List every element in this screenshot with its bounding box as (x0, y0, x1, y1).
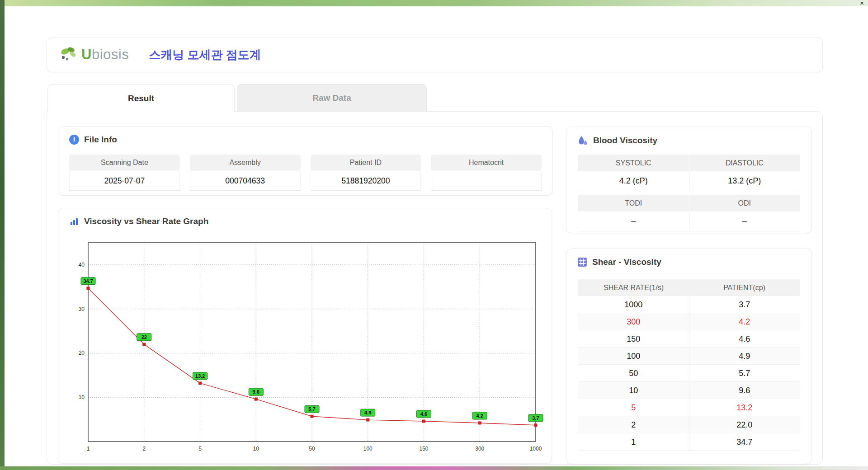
odi-header: ODI (689, 195, 800, 212)
file-info-field-value (431, 171, 542, 191)
shear-rate-cell: 1000 (578, 296, 689, 313)
patient-cell: 4.2 (689, 313, 800, 330)
systolic-value: 4.2 (cP) (578, 171, 689, 191)
file-info-title: File Info (84, 135, 117, 145)
svg-text:22: 22 (142, 334, 147, 340)
svg-text:1000: 1000 (530, 446, 542, 452)
patient-cell: 34.7 (689, 433, 800, 450)
table-row: 5 13.2 (578, 399, 800, 416)
app-logo: Ubiosis (59, 46, 129, 63)
file-info-header: i File Info (69, 135, 117, 145)
shear-rate-cell: 2 (578, 416, 689, 433)
file-info-field-label: Assembly (190, 155, 301, 171)
svg-text:100: 100 (363, 446, 373, 452)
svg-text:10: 10 (253, 446, 259, 452)
svg-text:3.7: 3.7 (532, 415, 539, 421)
viscosity-chart: 102030401251050100150300100034.72213.29.… (69, 238, 548, 458)
file-info-field-value: 51881920200 (311, 171, 421, 191)
blood-viscosity-title: Blood Viscosity (593, 136, 657, 146)
shear-viscosity-header: Shear - Viscosity (577, 257, 661, 267)
logo-text: Ubiosis (81, 47, 129, 63)
page-title: 스캐닝 모세관 점도계 (149, 47, 261, 63)
col-shear-rate: SHEAR RATE(1/s) (578, 279, 689, 296)
bv-value-row-2: – – (578, 212, 800, 231)
svg-text:4.2: 4.2 (476, 413, 483, 418)
todi-value: – (578, 212, 689, 231)
svg-text:30: 30 (79, 306, 85, 312)
bv-header-row-1: SYSTOLIC DIASTOLIC (578, 155, 800, 171)
blood-viscosity-table: SYSTOLIC DIASTOLIC 4.2 (cP) 13.2 (cP) TO… (578, 155, 800, 231)
leaf-logo-icon (59, 46, 79, 63)
droplet-icon (577, 135, 588, 146)
file-info-fields: Scanning Date 2025-07-07 Assembly 000704… (69, 155, 542, 191)
file-info-field-value: 2025-07-07 (69, 171, 180, 191)
bv-gap (578, 191, 800, 195)
graph-header: Viscosity vs Shear Rate Graph (69, 216, 208, 226)
file-info-field: Hematocrit (431, 155, 542, 191)
svg-text:13.2: 13.2 (195, 373, 205, 379)
svg-text:300: 300 (475, 446, 484, 452)
todi-header: TODI (578, 195, 689, 212)
bv-value-row-1: 4.2 (cP) 13.2 (cP) (578, 171, 800, 191)
diastolic-header: DIASTOLIC (689, 155, 800, 171)
file-info-card: i File Info Scanning Date 2025-07-07 Ass… (58, 126, 553, 196)
shear-table-rows: 1000 3.7 300 4.2 150 4.6 100 4.9 (578, 296, 800, 451)
table-row: 300 4.2 (578, 313, 800, 330)
shear-rate-cell: 5 (578, 399, 689, 416)
blood-viscosity-card: Blood Viscosity SYSTOLIC DIASTOLIC 4.2 (… (566, 127, 812, 233)
svg-text:150: 150 (419, 446, 428, 452)
odi-value: – (689, 212, 800, 231)
tab-result[interactable]: Result (47, 84, 235, 113)
svg-text:5.7: 5.7 (308, 406, 315, 412)
wallpaper-bottom-strip (0, 466, 868, 470)
graph-title: Viscosity vs Shear Rate Graph (84, 216, 208, 226)
viscosity-graph-card: Viscosity vs Shear Rate Graph 1020304012… (58, 208, 552, 464)
diastolic-value: 13.2 (cP) (689, 171, 800, 191)
shear-rate-cell: 150 (578, 330, 689, 347)
file-info-field: Patient ID 51881920200 (311, 155, 421, 191)
shear-table-header: SHEAR RATE(1/s) PATIENT(cp) (578, 279, 800, 296)
shear-rate-cell: 10 (578, 382, 689, 399)
tab-raw-data[interactable]: Raw Data (237, 84, 427, 111)
bv-header-row-2: TODI ODI (578, 195, 800, 212)
patient-cell: 13.2 (689, 399, 800, 416)
screen: × Ubiosis 스캐닝 모세관 점도계 Result Raw Data (0, 0, 868, 470)
table-row: 10 9.6 (578, 382, 800, 399)
svg-text:4.9: 4.9 (364, 410, 371, 415)
logo-letter-u: U (81, 47, 92, 62)
svg-text:20: 20 (79, 350, 85, 356)
svg-text:34.7: 34.7 (83, 278, 93, 284)
window-close-icon[interactable]: × (860, 0, 864, 6)
shear-viscosity-table: SHEAR RATE(1/s) PATIENT(cp) 1000 3.7 300… (578, 279, 800, 451)
blood-viscosity-header: Blood Viscosity (577, 135, 657, 146)
shear-viscosity-card: Shear - Viscosity SHEAR RATE(1/s) PATIEN… (566, 249, 812, 464)
info-icon: i (69, 135, 79, 145)
patient-cell: 3.7 (689, 296, 800, 313)
table-row: 1000 3.7 (578, 296, 800, 313)
wallpaper-left-strip (0, 0, 5, 470)
table-row: 50 5.7 (578, 365, 800, 382)
svg-text:4.6: 4.6 (420, 411, 427, 417)
wallpaper-top-strip (0, 0, 868, 6)
file-info-field-label: Scanning Date (69, 155, 180, 171)
col-patient: PATIENT(cp) (689, 279, 800, 296)
table-row: 150 4.6 (578, 330, 800, 348)
table-row: 2 22.0 (578, 416, 800, 433)
svg-text:50: 50 (309, 446, 315, 452)
patient-cell: 22.0 (689, 416, 800, 433)
file-info-field-label: Hematocrit (431, 155, 542, 171)
patient-cell: 4.9 (689, 348, 800, 364)
shear-rate-cell: 50 (578, 365, 689, 381)
svg-text:9.6: 9.6 (253, 389, 259, 395)
file-info-field-value: 000704633 (190, 171, 301, 191)
shear-viscosity-title: Shear - Viscosity (592, 257, 661, 267)
result-panel: i File Info Scanning Date 2025-07-07 Ass… (47, 111, 823, 465)
chart-wrap: 102030401251050100150300100034.72213.29.… (69, 238, 548, 460)
svg-text:1: 1 (87, 446, 90, 452)
svg-text:10: 10 (79, 394, 85, 400)
svg-text:2: 2 (142, 446, 146, 452)
logo-rest: biosis (92, 47, 129, 62)
file-info-field: Assembly 000704633 (190, 155, 301, 191)
svg-text:40: 40 (79, 262, 85, 268)
bar-chart-icon (69, 217, 79, 226)
